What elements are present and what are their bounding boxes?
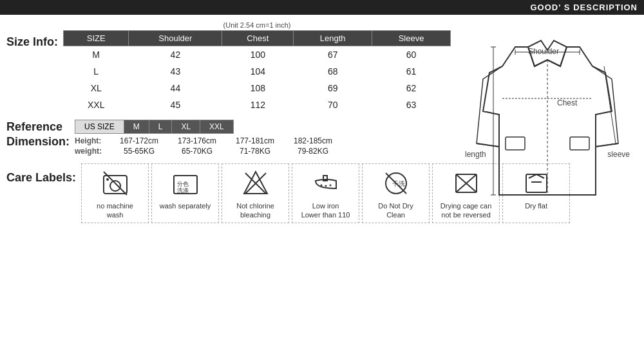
svg-point-2 (106, 178, 109, 181)
ref-col-ussize: US SIZE (75, 120, 124, 134)
care-text-no-machine-wash: no machinewash (97, 201, 133, 220)
svg-point-1 (110, 181, 120, 191)
ref-col-xxl: XXL (200, 120, 234, 134)
ref-height-label: Height: (75, 136, 110, 145)
ref-col-xl: XL (172, 120, 200, 134)
care-item-no-machine-wash: no machinewash (81, 163, 149, 223)
header-title: GOOD' S DESCRIPTION (530, 3, 638, 12)
reference-label: ReferenceDimension: (6, 120, 70, 150)
svg-line-32 (596, 143, 618, 147)
care-labels-title: Care Labels: (6, 163, 76, 185)
care-item-not-chlorine-bleaching: Not chlorinebleaching (222, 163, 289, 223)
ref-height-values: 167-172cm 173-176cm 177-181cm 182-185cm (110, 136, 342, 145)
care-item-low-iron: Low ironLower than 110 (292, 163, 359, 223)
ref-weight-m: 55-65KG (110, 147, 168, 156)
jacket-svg (470, 28, 625, 233)
size-table: SIZE Shoulder Chest Length Sleeve M42100… (63, 30, 451, 113)
ref-weight-xl: 71-78KG (226, 147, 284, 156)
do-not-dry-clean-icon: 干洗 (381, 168, 412, 199)
ref-weight-l: 65-70KG (168, 147, 226, 156)
garment-illustration: Shoulder Chest length sleeve (464, 21, 631, 240)
ref-weight-xxl: 79-82KG (284, 147, 342, 156)
main-content: Size Info: (Unit 2.54 cm=1 inch) SIZE Sh… (0, 15, 644, 246)
svg-rect-34 (506, 137, 525, 150)
svg-rect-35 (570, 137, 589, 150)
ref-height-m: 167-172cm (110, 136, 168, 145)
reference-inner: US SIZE M L XL XXL Height: 167-172cm (75, 120, 342, 157)
ref-col-m: M (124, 120, 149, 134)
ref-weight-row: weight: 55-65KG 65-70KG 71-78KG 79-82KG (75, 147, 342, 156)
ref-header-row: US SIZE M L XL XXL (75, 120, 234, 134)
size-table-header-row: SIZE Shoulder Chest Length Sleeve (64, 31, 451, 46)
ref-weight-values: 55-65KG 65-70KG 71-78KG 79-82KG (110, 147, 342, 156)
ref-height-row: Height: 167-172cm 173-176cm 177-181cm 18… (75, 136, 342, 145)
size-table-wrap: (Unit 2.54 cm=1 inch) SIZE Shoulder Ches… (63, 21, 451, 113)
size-info-label: Size Info: (6, 21, 63, 49)
care-text-not-chlorine-bleaching: Not chlorinebleaching (236, 201, 274, 220)
svg-point-12 (325, 185, 327, 187)
no-machine-wash-icon (100, 168, 131, 199)
left-panel: Size Info: (Unit 2.54 cm=1 inch) SIZE Sh… (6, 21, 451, 240)
svg-point-11 (320, 185, 322, 187)
size-info-section: Size Info: (Unit 2.54 cm=1 inch) SIZE Sh… (6, 21, 451, 113)
care-text-do-not-dry-clean: Do Not DryClean (378, 201, 413, 220)
unit-note: (Unit 2.54 cm=1 inch) (63, 21, 451, 29)
care-text-wash-separately: wash separately (160, 201, 211, 210)
ref-col-l: L (149, 120, 172, 134)
table-row: M421006760 (64, 46, 451, 64)
col-shoulder: Shoulder (129, 31, 222, 46)
reference-section: ReferenceDimension: US SIZE M L XL XXL (6, 120, 451, 157)
svg-text:洗涤: 洗涤 (177, 187, 189, 194)
table-row: XL441086962 (64, 80, 451, 96)
care-item-wash-separately: 分色 洗涤 wash separately (151, 163, 219, 223)
low-iron-icon (310, 168, 341, 199)
header-bar: GOOD' S DESCRIPTION (0, 0, 644, 15)
wash-separately-icon: 分色 洗涤 (170, 168, 201, 199)
ref-size-table: US SIZE M L XL XXL (75, 120, 234, 134)
care-labels-section: Care Labels: no machinewash (6, 163, 451, 223)
col-size: SIZE (64, 31, 129, 46)
col-sleeve: Sleeve (372, 31, 451, 46)
svg-line-31 (477, 143, 499, 147)
col-chest: Chest (222, 31, 294, 46)
not-chlorine-bleaching-icon (240, 168, 271, 199)
svg-point-13 (329, 185, 331, 187)
table-row: XXL451127063 (64, 96, 451, 113)
care-item-do-not-dry-clean: 干洗 Do Not DryClean (362, 163, 430, 223)
svg-text:分色: 分色 (177, 181, 189, 187)
size-table-body: M421006760L431046861XL441086962XXL451127… (64, 46, 451, 114)
ref-weight-label: weight: (75, 147, 110, 156)
ref-height-xl: 177-181cm (226, 136, 284, 145)
care-text-low-iron: Low ironLower than 110 (301, 201, 350, 220)
right-panel: Shoulder Chest length sleeve (457, 21, 638, 240)
ref-height-xxl: 182-185cm (284, 136, 342, 145)
ref-height-l: 173-176cm (168, 136, 226, 145)
table-row: L431046861 (64, 63, 451, 80)
col-length: Length (294, 31, 372, 46)
